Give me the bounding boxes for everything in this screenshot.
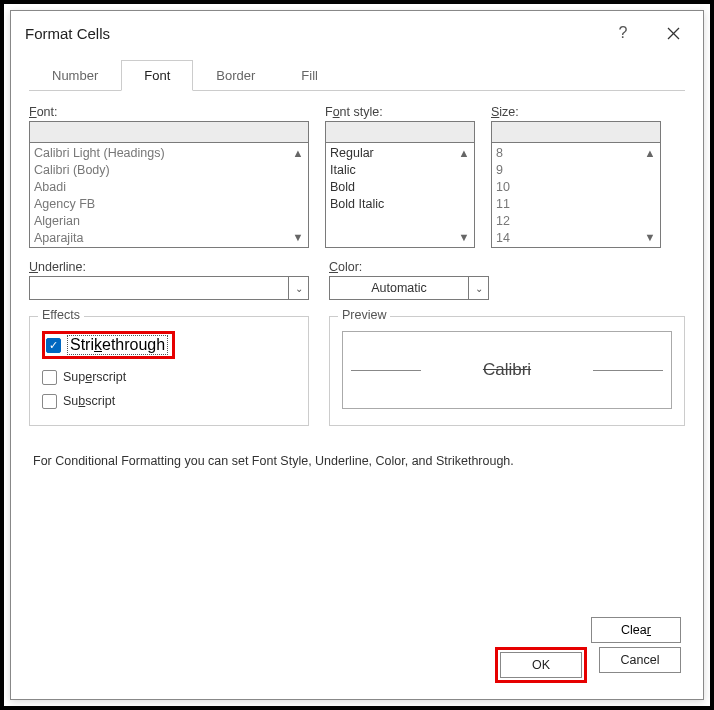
font-list-inner: Calibri Light (Headings) Calibri (Body) … xyxy=(30,143,308,248)
subscript-label: Subscript xyxy=(63,394,115,408)
row-font-style-size: Font: ▲ ▼ Calibri Light (Headings) Calib… xyxy=(29,105,685,248)
list-item[interactable]: 11 xyxy=(496,196,656,213)
color-combo[interactable]: Automatic ⌄ xyxy=(329,276,489,300)
color-column: Color: Automatic ⌄ xyxy=(329,260,489,300)
screenshot-frame: Format Cells ? Number Font Border Fill F… xyxy=(0,0,714,710)
fontstyle-listbox[interactable]: ▲ ▼ Regular Italic Bold Bold Italic xyxy=(325,142,475,248)
superscript-label: Superscript xyxy=(63,370,126,384)
scroll-up-icon[interactable]: ▲ xyxy=(290,145,306,161)
superscript-row: Superscript xyxy=(42,365,296,389)
list-item[interactable]: 9 xyxy=(496,162,656,179)
row-effects-preview: Effects Strikethrough Superscript Subscr… xyxy=(29,316,685,426)
list-item[interactable]: 10 xyxy=(496,179,656,196)
tab-font[interactable]: Font xyxy=(121,60,193,91)
preview-text: Calibri xyxy=(483,360,531,380)
tab-border[interactable]: Border xyxy=(193,60,278,91)
fontstyle-input[interactable] xyxy=(325,121,475,143)
font-listbox[interactable]: ▲ ▼ Calibri Light (Headings) Calibri (Bo… xyxy=(29,142,309,248)
font-label: Font: xyxy=(29,105,309,119)
preview-line-right xyxy=(593,370,663,371)
list-item[interactable]: Calibri Light (Headings) xyxy=(34,145,304,162)
underline-column: Underline: ⌄ xyxy=(29,260,309,300)
titlebar-controls: ? xyxy=(609,19,691,47)
list-item[interactable]: Agency FB xyxy=(34,196,304,213)
chevron-down-icon[interactable]: ⌄ xyxy=(468,277,488,299)
list-item[interactable]: Aparajita xyxy=(34,230,304,247)
footer-note: For Conditional Formatting you can set F… xyxy=(33,454,681,468)
scroll-up-icon[interactable]: ▲ xyxy=(456,145,472,161)
size-list-inner: 8 9 10 11 12 14 xyxy=(492,143,660,248)
subscript-row: Subscript xyxy=(42,389,296,413)
list-item[interactable]: Algerian xyxy=(34,213,304,230)
clear-row: Clear xyxy=(591,617,681,643)
fontstyle-list-inner: Regular Italic Bold Bold Italic xyxy=(326,143,474,215)
list-item[interactable]: Bold Italic xyxy=(330,196,470,213)
scroll-down-icon[interactable]: ▼ xyxy=(456,229,472,245)
dialog-buttons: OK Cancel xyxy=(495,647,681,683)
list-item[interactable]: Regular xyxy=(330,145,470,162)
scroll-up-icon[interactable]: ▲ xyxy=(642,145,658,161)
close-icon xyxy=(667,27,680,40)
close-button[interactable] xyxy=(659,19,687,47)
tab-strip: Number Font Border Fill xyxy=(29,59,685,91)
size-column: Size: ▲ ▼ 8 9 10 11 12 14 xyxy=(491,105,661,248)
color-label: Color: xyxy=(329,260,489,274)
tab-number[interactable]: Number xyxy=(29,60,121,91)
size-input[interactable] xyxy=(491,121,661,143)
chevron-down-icon[interactable]: ⌄ xyxy=(288,277,308,299)
fontstyle-column: Font style: ▲ ▼ Regular Italic Bold Bold… xyxy=(325,105,475,248)
effects-group: Effects Strikethrough Superscript Subscr… xyxy=(29,316,309,426)
font-panel: Font: ▲ ▼ Calibri Light (Headings) Calib… xyxy=(29,91,685,468)
superscript-checkbox[interactable] xyxy=(42,370,57,385)
strikethrough-highlight: Strikethrough xyxy=(42,331,175,359)
cancel-button[interactable]: Cancel xyxy=(599,647,681,673)
strikethrough-checkbox[interactable] xyxy=(46,338,61,353)
ok-button[interactable]: OK xyxy=(500,652,582,678)
list-item[interactable]: 8 xyxy=(496,145,656,162)
font-input[interactable] xyxy=(29,121,309,143)
clear-button[interactable]: Clear xyxy=(591,617,681,643)
list-item[interactable]: 12 xyxy=(496,213,656,230)
list-item[interactable]: Italic xyxy=(330,162,470,179)
subscript-checkbox[interactable] xyxy=(42,394,57,409)
dialog-title: Format Cells xyxy=(25,25,110,42)
underline-combo[interactable]: ⌄ xyxy=(29,276,309,300)
strikethrough-label: Strikethrough xyxy=(67,335,168,355)
preview-box: Calibri xyxy=(342,331,672,409)
preview-group: Preview Calibri xyxy=(329,316,685,426)
titlebar: Format Cells ? xyxy=(11,11,703,51)
help-button[interactable]: ? xyxy=(609,19,637,47)
row-underline-color: Underline: ⌄ Color: Automatic ⌄ xyxy=(29,260,685,300)
fontstyle-label: Font style: xyxy=(325,105,475,119)
preview-title: Preview xyxy=(338,308,390,322)
tab-fill[interactable]: Fill xyxy=(278,60,341,91)
effects-title: Effects xyxy=(38,308,84,322)
size-listbox[interactable]: ▲ ▼ 8 9 10 11 12 14 xyxy=(491,142,661,248)
font-column: Font: ▲ ▼ Calibri Light (Headings) Calib… xyxy=(29,105,309,248)
scroll-down-icon[interactable]: ▼ xyxy=(290,229,306,245)
list-item[interactable]: 14 xyxy=(496,230,656,247)
list-item[interactable]: Calibri (Body) xyxy=(34,162,304,179)
underline-value xyxy=(30,277,288,299)
color-value: Automatic xyxy=(330,277,468,299)
format-cells-dialog: Format Cells ? Number Font Border Fill F… xyxy=(10,10,704,700)
list-item[interactable]: Abadi xyxy=(34,179,304,196)
dialog-content: Number Font Border Fill Font: ▲ ▼ Calibr… xyxy=(11,51,703,468)
list-item[interactable]: Bold xyxy=(330,179,470,196)
scroll-down-icon[interactable]: ▼ xyxy=(642,229,658,245)
size-label: Size: xyxy=(491,105,661,119)
ok-highlight: OK xyxy=(495,647,587,683)
preview-line-left xyxy=(351,370,421,371)
underline-label: Underline: xyxy=(29,260,309,274)
